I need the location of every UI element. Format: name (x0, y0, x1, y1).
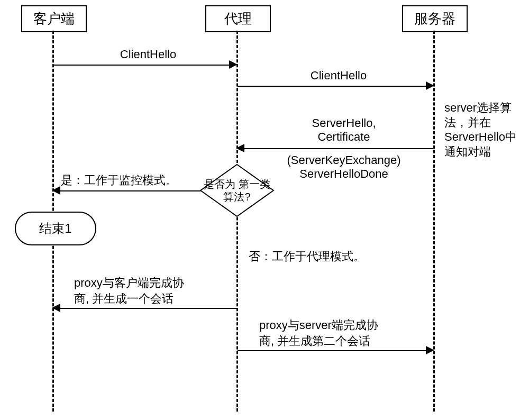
msg-serverhello-label: ServerHello, Certificate (286, 116, 402, 144)
arrow-yes (60, 190, 200, 191)
decision-text: 是否为 第一类算法? (200, 164, 274, 217)
lifeline-proxy (236, 31, 238, 412)
decision-diamond: 是否为 第一类算法? (200, 164, 274, 217)
sequence-diagram: 客户端 代理 服务器 ClientHello ClientHello serve… (0, 0, 529, 420)
arrow-m2-head (426, 81, 434, 90)
arrow-yes-head (52, 186, 60, 195)
arrow-m4-head (52, 304, 60, 312)
arrow-m2 (238, 86, 426, 87)
terminator-end1: 结束1 (15, 212, 96, 245)
msg-serverhellodone-label: (ServerKeyExchange) ServerHelloDone (264, 153, 423, 181)
arrow-m3-head (236, 144, 244, 152)
yes-branch-label: 是：工作于监控模式。 (61, 172, 198, 188)
arrow-m1-head (229, 60, 238, 69)
msg-proxy-server-session-label: proxy与server端完成协 商, 并生成第二个会话 (259, 317, 418, 349)
arrow-m3 (244, 148, 433, 149)
arrow-m1 (53, 65, 229, 66)
arrow-m5-head (426, 346, 434, 354)
server-side-note: server选择算 法，并在 ServerHello中 通知对端 (444, 101, 524, 159)
arrow-m4 (60, 308, 237, 309)
participant-client: 客户端 (21, 5, 87, 32)
msg-clienthello-2-label: ClientHello (296, 69, 381, 83)
participant-proxy: 代理 (205, 5, 271, 32)
no-branch-label: 否：工作于代理模式。 (249, 249, 386, 264)
participant-server: 服务器 (402, 5, 468, 32)
msg-clienthello-1-label: ClientHello (106, 48, 190, 61)
arrow-m5 (238, 350, 426, 351)
msg-proxy-client-session-label: proxy与客户端完成协 商, 并生成一个会话 (74, 275, 222, 307)
